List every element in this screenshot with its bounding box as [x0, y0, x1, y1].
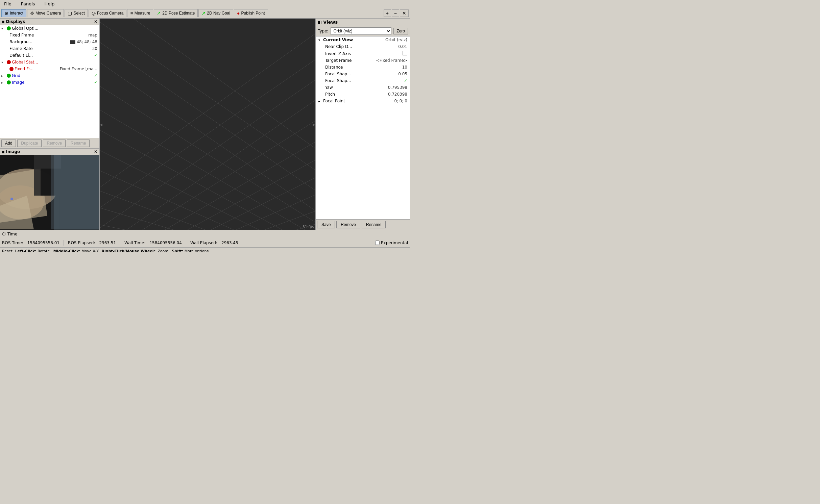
default-light-label: Default Li...	[9, 53, 94, 58]
views-row-target-frame[interactable]: Target Frame <Fixed Frame>	[316, 57, 410, 64]
publish-point-btn[interactable]: ● Publish Point	[234, 9, 268, 17]
tree-row-default-light[interactable]: Default Li... ✓	[0, 52, 99, 59]
add-button[interactable]: Add	[1, 140, 16, 147]
remove-button[interactable]: Remove	[43, 140, 66, 147]
current-view-arrow[interactable]: ▾	[318, 38, 323, 42]
focal-shape-size-label: Focal Shap...	[325, 72, 398, 76]
views-row-yaw[interactable]: Yaw 0.795398	[316, 84, 410, 91]
views-row-near-clip[interactable]: Near Clip D... 0.01	[316, 43, 410, 50]
focus-camera-icon: ◎	[92, 10, 96, 16]
toolbar-plus-btn[interactable]: +	[384, 9, 391, 17]
menu-panels[interactable]: Panels	[18, 1, 38, 7]
image-panel-label: Image	[6, 149, 20, 154]
background-swatch	[70, 40, 75, 44]
fixed-frame-status-bullet	[9, 67, 14, 71]
toolbar-minus-btn[interactable]: −	[392, 9, 399, 17]
views-row-current-view[interactable]: ▾ Current View Orbit (rviz)	[316, 36, 410, 43]
global-options-label: Global Opti...	[12, 26, 99, 31]
3d-viewport[interactable]: ◂ ▸ 31 fps	[100, 19, 315, 230]
grid-arrow[interactable]: ▸	[1, 74, 7, 78]
tree-row-global-status[interactable]: ▾ Global Stat...	[0, 59, 99, 66]
measure-icon: ≡	[130, 10, 133, 16]
views-remove-btn[interactable]: Remove	[336, 221, 360, 228]
target-frame-label: Target Frame	[325, 58, 376, 63]
experimental-checkbox[interactable]	[375, 241, 380, 245]
frame-rate-label: Frame Rate	[9, 46, 92, 51]
move-camera-btn[interactable]: ✥ Move Camera	[27, 9, 64, 17]
fixed-frame-status-value: Fixed Frame [ma...	[60, 67, 99, 71]
current-view-value: Orbit (rviz)	[385, 37, 409, 42]
views-zero-btn[interactable]: Zero	[393, 28, 408, 34]
views-row-pitch[interactable]: Pitch 0.720398	[316, 91, 410, 98]
views-type-select[interactable]: Orbit (rviz)	[331, 27, 392, 35]
duplicate-button[interactable]: Duplicate	[17, 140, 42, 147]
views-row-distance[interactable]: Distance 10	[316, 64, 410, 71]
image-content	[0, 155, 99, 230]
wall-elapsed-value: 2963.45	[221, 241, 238, 245]
time-panel: ⏱ Time	[0, 230, 410, 238]
nav-goal-btn[interactable]: ↗ 2D Nav Goal	[198, 9, 233, 17]
image-panel-icon: ▣	[1, 150, 4, 154]
tree-row-background[interactable]: Backgrou... 48; 48; 48	[0, 39, 99, 45]
reset-link[interactable]: Reset	[2, 249, 13, 252]
interact-btn[interactable]: ⊕ Interact	[1, 9, 26, 17]
focus-camera-btn[interactable]: ◎ Focus Camera	[89, 9, 127, 17]
wall-elapsed-label: Wall Elapsed:	[190, 241, 217, 245]
current-view-label: Current View	[323, 37, 385, 42]
views-tree: ▾ Current View Orbit (rviz) Near Clip D.…	[316, 36, 410, 219]
near-clip-label: Near Clip D...	[325, 44, 398, 49]
ros-elapsed-value: 2963.51	[99, 241, 116, 245]
grid-viewport-svg	[100, 19, 315, 230]
tree-row-fixed-frame-status[interactable]: Fixed Fr... Fixed Frame [ma...	[0, 66, 99, 72]
tree-row-image[interactable]: ▸ Image ✓	[0, 79, 99, 86]
views-rename-btn[interactable]: Rename	[362, 221, 386, 228]
pose-estimate-btn[interactable]: ↗ 2D Pose Estimate	[154, 9, 198, 17]
fixed-frame-value: map	[88, 33, 99, 37]
rename-button[interactable]: Rename	[67, 140, 90, 147]
image-arrow[interactable]: ▸	[1, 81, 7, 84]
views-row-focal-shape-enabled[interactable]: Focal Shap... ✓	[316, 77, 410, 84]
toolbar-close-btn[interactable]: ✕	[400, 9, 409, 17]
wall-time-label: Wall Time:	[124, 241, 145, 245]
focal-shape-size-value: 0.05	[398, 72, 409, 76]
views-type-label: Type:	[318, 29, 329, 33]
measure-btn[interactable]: ≡ Measure	[127, 9, 153, 17]
displays-buttons: Add Duplicate Remove Rename	[0, 138, 99, 148]
views-icon: ◧	[318, 20, 322, 25]
views-row-focal-point[interactable]: ▸ Focal Point 0; 0; 0	[316, 98, 410, 104]
distance-value: 10	[402, 65, 409, 70]
displays-header: ▣ Displays ✕	[0, 19, 99, 25]
focal-point-arrow[interactable]: ▸	[318, 99, 323, 103]
image-panel-close[interactable]: ✕	[93, 149, 98, 154]
tree-row-frame-rate[interactable]: Frame Rate 30	[0, 45, 99, 52]
toolbar: ⊕ Interact ✥ Move Camera ▢ Select ◎ Focu…	[0, 8, 410, 19]
select-btn[interactable]: ▢ Select	[65, 9, 88, 17]
views-header: ◧ Views	[316, 19, 410, 26]
viewport-arrow-right[interactable]: ▸	[313, 121, 315, 127]
global-options-arrow[interactable]: ▾	[1, 27, 7, 30]
focal-point-value: 0; 0; 0	[394, 99, 409, 103]
views-save-btn[interactable]: Save	[317, 221, 335, 228]
displays-panel: ▣ Displays ✕ ▾ Global Opti... Fixed Fram…	[0, 19, 99, 149]
tree-row-fixed-frame[interactable]: Fixed Frame map	[0, 32, 99, 39]
views-row-focal-shape-size[interactable]: Focal Shap... 0.05	[316, 71, 410, 77]
focal-shape-enabled-label: Focal Shap...	[325, 78, 404, 83]
global-status-arrow[interactable]: ▾	[1, 60, 7, 64]
help-bar: Reset Left-Click: Rotate. Middle-Click: …	[0, 247, 410, 252]
default-light-check: ✓	[94, 53, 99, 58]
ros-time-value: 1584095556.01	[27, 241, 59, 245]
fixed-frame-status-label: Fixed Fr...	[15, 67, 60, 71]
image-panel: ▣ Image ✕	[0, 149, 99, 230]
pitch-label: Pitch	[325, 92, 388, 97]
svg-rect-11	[0, 155, 99, 230]
menu-help[interactable]: Help	[42, 1, 57, 7]
tree-row-grid[interactable]: ▸ Grid ✓	[0, 72, 99, 79]
views-panel: ◧ Views Type: Orbit (rviz) Zero ▾ Curren…	[315, 19, 410, 230]
menu-file[interactable]: File	[1, 1, 14, 7]
viewport-arrow-left[interactable]: ◂	[100, 121, 102, 127]
views-row-invert-z[interactable]: Invert Z Axis	[316, 50, 410, 57]
select-icon: ▢	[68, 10, 72, 16]
tree-row-global-options[interactable]: ▾ Global Opti...	[0, 25, 99, 32]
time-icon: ⏱	[2, 232, 6, 236]
displays-close[interactable]: ✕	[93, 19, 98, 24]
